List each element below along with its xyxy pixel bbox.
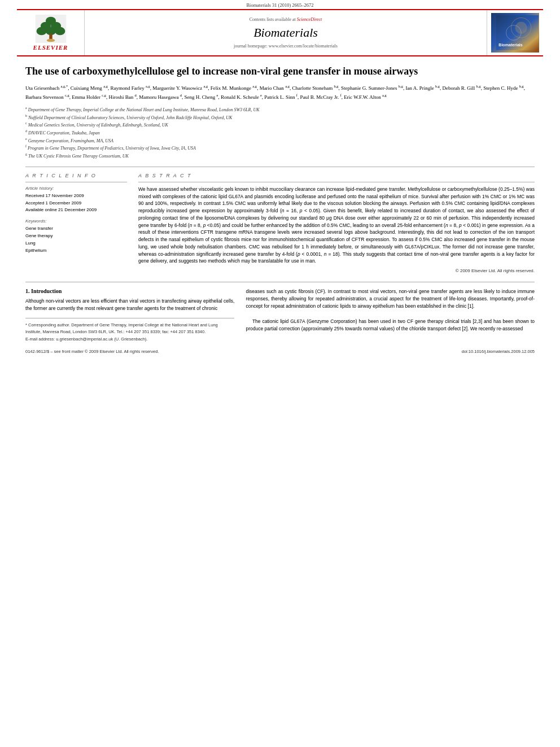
affiliation-f: f Program in Gene Therapy, Department of…	[25, 144, 535, 152]
citation-text: Biomaterials 31 (2010) 2665–2672	[246, 2, 313, 8]
affiliation-b: b Nuffield Department of Clinical Labora…	[25, 113, 535, 121]
issn-text: 0142-9612/$ – see front matter © 2009 El…	[25, 349, 159, 354]
keyword-2: Gene therapy	[25, 233, 127, 240]
journal-header-center: Contents lists available at ScienceDirec…	[85, 10, 487, 55]
abstract-text: We have assessed whether viscoelastic ge…	[138, 186, 535, 265]
history-received: Received 17 November 2009	[25, 193, 127, 200]
footnotes: * Corresponding author. Department of Ge…	[25, 318, 234, 342]
elsevier-logo-area: ELSEVIER	[17, 10, 85, 55]
keyword-1: Gene transfer	[25, 225, 127, 233]
elsevier-tree-icon	[34, 15, 68, 43]
sciencedirect-link[interactable]: ScienceDirect	[297, 17, 322, 22]
abstract-divider	[138, 182, 535, 182]
svg-point-5	[45, 27, 55, 36]
footnote-email: E-mail address: u.griesenbach@imperial.a…	[25, 336, 234, 342]
intro-left-text: Although non-viral vectors are less effi…	[25, 298, 234, 312]
svg-point-4	[36, 27, 46, 36]
svg-point-8	[46, 39, 55, 42]
journal-homepage: journal homepage: www.elsevier.com/locat…	[234, 43, 338, 49]
keywords-title: Keywords:	[25, 219, 127, 224]
history-online: Available online 21 December 2009	[25, 207, 127, 214]
doi-text: doi:10.1016/j.biomaterials.2009.12.005	[462, 349, 535, 354]
svg-point-6	[55, 27, 65, 36]
journal-header: ELSEVIER Contents lists available at Sci…	[17, 9, 543, 56]
main-divider	[25, 167, 535, 167]
affiliation-d: d DNAVEC Corporation, Tsukuba, Japan	[25, 129, 535, 137]
info-abstract-section: A R T I C L E I N F O Article history: R…	[25, 173, 535, 273]
footnote-1: * Corresponding author. Department of Ge…	[25, 322, 234, 335]
journal-logo-area: Biomaterials	[487, 10, 543, 55]
abstract-column: A B S T R A C T We have assessed whether…	[138, 173, 535, 273]
journal-title: Biomaterials	[253, 25, 318, 40]
svg-text:Biomaterials: Biomaterials	[498, 43, 523, 47]
main-content: The use of carboxymethylcellulose gel to…	[0, 56, 560, 362]
intro-heading: 1. Introduction	[25, 288, 234, 294]
keyword-3: Lung	[25, 240, 127, 247]
intro-right-col: diseases such as cystic fibrosis (CF). I…	[246, 288, 535, 343]
sciencedirect-line: Contents lists available at ScienceDirec…	[250, 17, 322, 22]
biomaterials-logo: Biomaterials	[491, 13, 539, 53]
biomaterials-logo-image: Biomaterials	[493, 15, 539, 50]
bottom-footer: 0142-9612/$ – see front matter © 2009 El…	[25, 349, 535, 354]
introduction-section: 1. Introduction Although non-viral vecto…	[25, 282, 535, 343]
citation-bar: Biomaterials 31 (2010) 2665–2672	[0, 0, 560, 9]
intro-right-text: diseases such as cystic fibrosis (CF). I…	[246, 288, 535, 333]
keyword-4: Epithelium	[25, 247, 127, 255]
copyright-line: © 2009 Elsevier Ltd. All rights reserved…	[138, 268, 535, 273]
article-title: The use of carboxymethylcellulose gel to…	[25, 65, 535, 78]
info-divider	[25, 182, 127, 182]
affiliations: a Department of Gene Therapy, Imperial C…	[25, 106, 535, 160]
affiliation-g: g The UK Cystic Fibrosis Gene Therapy Co…	[25, 152, 535, 160]
affiliation-e: e Genzyme Corporation, Framingham, MA, U…	[25, 137, 535, 145]
history-title: Article history:	[25, 186, 127, 191]
authors: Uta Griesenbach a,g,*, Cuixiang Meng a,g…	[25, 84, 535, 101]
authors-text: Uta Griesenbach a,g,*, Cuixiang Meng a,g…	[25, 85, 525, 99]
article-info-column: A R T I C L E I N F O Article history: R…	[25, 173, 127, 273]
article-info-heading: A R T I C L E I N F O	[25, 173, 127, 178]
affiliation-c: c Medical Genetics Section, University o…	[25, 121, 535, 129]
affiliation-a: a Department of Gene Therapy, Imperial C…	[25, 106, 535, 113]
history-accepted: Accepted 1 December 2009	[25, 200, 127, 207]
abstract-heading: A B S T R A C T	[138, 173, 535, 178]
intro-left-col: 1. Introduction Although non-viral vecto…	[25, 288, 234, 343]
elsevier-text: ELSEVIER	[33, 44, 68, 51]
elsevier-logo: ELSEVIER	[33, 15, 68, 51]
